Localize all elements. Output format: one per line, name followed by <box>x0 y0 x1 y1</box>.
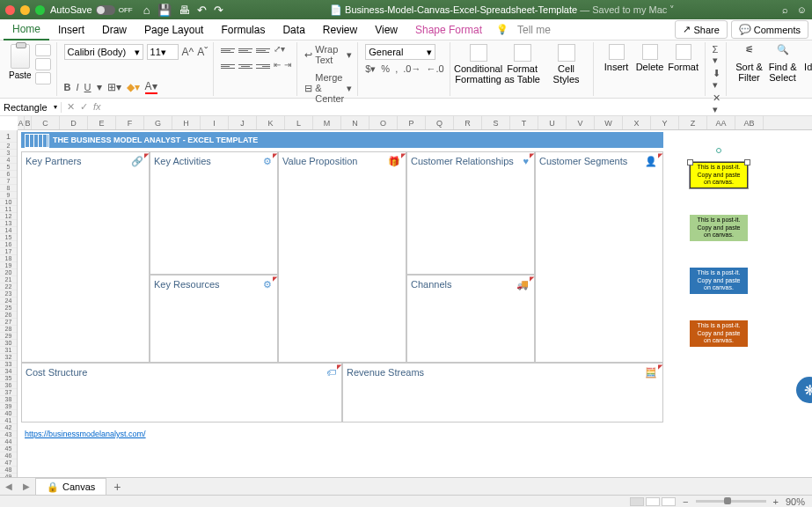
cancel-icon[interactable]: ✕ <box>67 101 75 113</box>
align-bottom[interactable] <box>256 44 270 56</box>
cell-revenue[interactable]: Revenue Streams🧮◤ <box>342 363 663 422</box>
align-top[interactable] <box>221 44 235 56</box>
currency-button[interactable]: $▾ <box>365 63 376 75</box>
cut-button[interactable] <box>35 44 51 56</box>
view-normal[interactable] <box>630 497 644 506</box>
insert-cells[interactable]: Insert <box>601 44 633 72</box>
wrap-text[interactable]: ↩Wrap Text▾ <box>304 44 352 65</box>
tab-next[interactable]: ▶ <box>18 481 35 491</box>
tab-draw[interactable]: Draw <box>93 20 135 40</box>
clear-button[interactable]: ✕ ▾ <box>713 92 721 115</box>
sheet-tab-canvas[interactable]: 🔒Canvas <box>35 478 106 496</box>
conditional-formatting[interactable]: Conditional Formatting <box>457 44 500 84</box>
redo-icon[interactable]: ↷ <box>214 4 223 17</box>
zoom-level[interactable]: 90% <box>786 496 805 507</box>
font-selector[interactable]: Calibri (Body)▾ <box>64 44 143 60</box>
save-icon[interactable]: 💾 <box>157 4 172 17</box>
tab-data[interactable]: Data <box>274 20 313 40</box>
bold-button[interactable]: B <box>64 81 71 93</box>
tab-formulas[interactable]: Formulas <box>212 20 274 40</box>
postit-yellow[interactable]: This is a post-it. Copy and paste on can… <box>690 162 748 188</box>
cell-channels[interactable]: Channels🚚◤ <box>406 275 535 363</box>
cell-value-prop[interactable]: Value Proposition🎁◤ <box>278 151 406 363</box>
fx-icon[interactable]: fx <box>93 101 101 113</box>
autosave-toggle[interactable]: AutoSave OFF <box>50 4 133 15</box>
decimal-inc[interactable]: .0→ <box>403 63 421 75</box>
decimal-dec[interactable]: ←.0 <box>426 63 443 75</box>
increase-font[interactable]: A^ <box>182 46 194 58</box>
italic-button[interactable]: I <box>77 81 79 93</box>
sort-filter[interactable]: ⚟Sort & Filter <box>734 44 765 83</box>
autosave-switch[interactable] <box>96 5 115 15</box>
cell-key-resources[interactable]: Key Resources⚙◤ <box>150 275 278 363</box>
share-button[interactable]: ↗Share <box>675 20 727 39</box>
undo-icon[interactable]: ↶ <box>197 4 207 17</box>
comma-button[interactable]: , <box>395 63 398 75</box>
rotate-handle[interactable] <box>716 148 721 153</box>
cell-key-partners[interactable]: Key Partners🔗◤ <box>21 151 150 363</box>
print-icon[interactable]: 🖶 <box>179 4 190 17</box>
enter-icon[interactable]: ✓ <box>80 101 88 113</box>
analyst-link[interactable]: https://businessmodelanalyst.com/ <box>25 430 146 438</box>
underline-button[interactable]: U <box>84 81 91 93</box>
copy-button[interactable] <box>35 58 51 70</box>
cell-cust-rel[interactable]: Customer Relationships♥◤ <box>406 151 535 275</box>
postit-blue[interactable]: This is a post-it. Copy and paste on can… <box>690 268 748 294</box>
align-left[interactable] <box>221 60 235 72</box>
format-painter[interactable] <box>35 72 51 84</box>
search-icon[interactable]: ⌕ <box>782 4 788 15</box>
fill-color[interactable]: ◆▾ <box>127 81 140 93</box>
close-window[interactable] <box>5 5 15 15</box>
align-right[interactable] <box>256 60 270 72</box>
number-format[interactable]: General▾ <box>365 44 435 60</box>
cell-key-activities[interactable]: Key Activities⚙◤ <box>150 151 278 275</box>
tab-home[interactable]: Home <box>4 19 49 40</box>
minimize-window[interactable] <box>20 5 30 15</box>
zoom-in[interactable]: + <box>773 496 779 507</box>
zoom-out[interactable]: − <box>683 496 688 507</box>
orientation[interactable]: ⤢▾ <box>274 44 285 56</box>
font-size[interactable]: 11▾ <box>147 44 179 60</box>
name-box[interactable]: Rectangle▾ <box>0 102 62 113</box>
user-icon[interactable]: ☺ <box>797 4 807 15</box>
tab-shape-format[interactable]: Shape Format <box>406 20 491 40</box>
tab-insert[interactable]: Insert <box>49 20 93 40</box>
find-select[interactable]: 🔍Find & Select <box>767 44 799 83</box>
tab-prev[interactable]: ◀ <box>0 481 18 491</box>
indent-inc[interactable]: ⇥ <box>284 60 291 72</box>
fill-button[interactable]: ⬇ ▾ <box>713 68 721 91</box>
tab-page-layout[interactable]: Page Layout <box>135 20 212 40</box>
cell-styles[interactable]: Cell Styles <box>545 44 588 84</box>
row-headers[interactable]: 1234567891011121314151617181920212223242… <box>0 130 18 500</box>
view-page-break[interactable] <box>662 497 676 506</box>
postit-green[interactable]: This is a post-it. Copy and paste on can… <box>690 215 748 241</box>
decrease-font[interactable]: Aˇ <box>197 46 208 58</box>
column-headers[interactable]: ABCDEFGHIJKLMNOPQRSTUVWXYZAAAB <box>18 116 812 130</box>
border-button[interactable]: ⊞▾ <box>107 81 121 93</box>
merge-center[interactable]: ⊟Merge & Center▾ <box>304 72 352 104</box>
format-as-table[interactable]: Format as Table <box>501 44 544 84</box>
format-cells[interactable]: Format <box>668 44 699 72</box>
autosum[interactable]: Σ ▾ <box>713 44 721 66</box>
cell-cost[interactable]: Cost Structure🏷◤ <box>21 363 342 422</box>
tell-me[interactable]: Tell me <box>508 20 560 40</box>
home-icon[interactable]: ⌂ <box>143 4 150 17</box>
ideas-button[interactable]: 💡Ideas <box>801 44 812 83</box>
maximize-window[interactable] <box>35 5 45 15</box>
canvas-area[interactable]: THE BUSINESS MODEL ANALYST - EXCEL TEMPL… <box>18 130 812 500</box>
comments-button[interactable]: 💬Comments <box>731 20 808 39</box>
zoom-slider[interactable] <box>696 500 766 503</box>
add-sheet[interactable]: + <box>106 480 128 494</box>
worksheet[interactable]: 1234567891011121314151617181920212223242… <box>0 130 812 500</box>
postit-orange[interactable]: This is a post-it. Copy and paste on can… <box>690 320 748 347</box>
view-page-layout[interactable] <box>646 497 660 506</box>
paste-button[interactable]: Paste <box>9 44 32 80</box>
tab-view[interactable]: View <box>366 20 406 40</box>
tab-review[interactable]: Review <box>314 20 366 40</box>
align-center[interactable] <box>238 60 252 72</box>
indent-dec[interactable]: ⇤ <box>274 60 281 72</box>
align-middle[interactable] <box>238 44 252 56</box>
delete-cells[interactable]: Delete <box>634 44 666 72</box>
font-color[interactable]: A▾ <box>145 80 157 94</box>
percent-button[interactable]: % <box>381 63 390 75</box>
